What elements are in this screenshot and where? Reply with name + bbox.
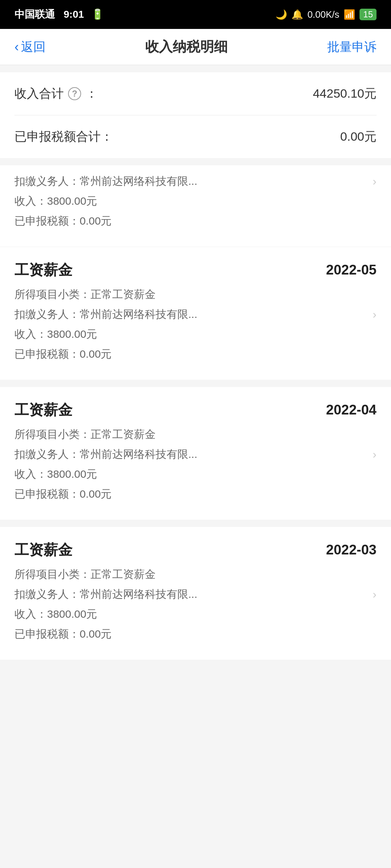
record-date-1: 2022-04 <box>326 402 377 418</box>
record-header-2: 工资薪金 2022-03 <box>14 540 377 560</box>
chevron-right-icon-2: › <box>373 588 377 601</box>
nav-bar: ‹ 返回 收入纳税明细 批量申诉 <box>0 29 391 65</box>
records-list: 扣缴义务人：常州前达网络科技有限... › 收入：3800.00元 已申报税额：… <box>0 165 391 660</box>
record-type-0: 工资薪金 <box>14 260 72 280</box>
chevron-right-icon-1: › <box>373 448 377 461</box>
total-tax-row: 已申报税额合计： 0.00元 <box>14 115 377 158</box>
record-card-0: 工资薪金 2022-05 所得项目小类：正常工资薪金 扣缴义务人：常州前达网络科… <box>0 247 391 380</box>
total-tax-value: 0.00元 <box>340 128 377 145</box>
total-tax-label: 已申报税额合计： <box>14 128 113 145</box>
record-type-1: 工资薪金 <box>14 400 72 420</box>
record-income-2: 收入：3800.00元 <box>14 607 377 622</box>
partial-tax: 已申报税额：0.00元 <box>14 214 377 229</box>
record-income-1: 收入：3800.00元 <box>14 467 377 482</box>
record-type-2: 工资薪金 <box>14 540 72 560</box>
record-date-0: 2022-05 <box>326 262 377 278</box>
time: 9:01 <box>64 9 84 20</box>
partial-payer-text: 扣缴义务人：常州前达网络科技有限... <box>14 174 197 189</box>
total-income-value: 44250.10元 <box>313 85 377 102</box>
record-tax-1: 已申报税额：0.00元 <box>14 487 377 502</box>
chevron-right-icon-0: › <box>373 308 377 321</box>
summary-section: 收入合计 ? ： 44250.10元 已申报税额合计： 0.00元 <box>0 72 391 158</box>
total-income-label-group: 收入合计 ? ： <box>14 85 98 102</box>
back-chevron-icon: ‹ <box>14 39 19 55</box>
record-payer-row-0[interactable]: 扣缴义务人：常州前达网络科技有限... › <box>14 307 377 322</box>
record-date-2: 2022-03 <box>326 542 377 558</box>
record-tax-2: 已申报税额：0.00元 <box>14 627 377 642</box>
total-income-label: 收入合计 <box>14 85 64 102</box>
record-card-2: 工资薪金 2022-03 所得项目小类：正常工资薪金 扣缴义务人：常州前达网络科… <box>0 527 391 660</box>
bell-icon: 🔔 <box>291 9 303 20</box>
page-title: 收入纳税明细 <box>145 38 228 56</box>
record-card-1: 工资薪金 2022-04 所得项目小类：正常工资薪金 扣缴义务人：常州前达网络科… <box>0 387 391 520</box>
record-payer-row-1[interactable]: 扣缴义务人：常州前达网络科技有限... › <box>14 447 377 462</box>
partial-payer-row[interactable]: 扣缴义务人：常州前达网络科技有限... › <box>14 174 377 189</box>
partial-chevron-right-icon: › <box>373 175 377 188</box>
record-income-0: 收入：3800.00元 <box>14 327 377 342</box>
record-payer-1: 扣缴义务人：常州前达网络科技有限... <box>14 447 197 462</box>
carrier-time: 中国联通 9:01 🔋 <box>14 8 104 21</box>
status-icons: 🌙 🔔 0.00K/s 📶 15 <box>276 9 377 20</box>
record-subcategory-1: 所得项目小类：正常工资薪金 <box>14 427 377 442</box>
network-speed: 0.00K/s <box>307 9 339 20</box>
batch-appeal-button[interactable]: 批量申诉 <box>327 39 377 55</box>
back-label: 返回 <box>21 39 46 55</box>
partial-income: 收入：3800.00元 <box>14 194 377 209</box>
record-tax-0: 已申报税额：0.00元 <box>14 347 377 362</box>
record-header-1: 工资薪金 2022-04 <box>14 400 377 420</box>
record-payer-row-2[interactable]: 扣缴义务人：常州前达网络科技有限... › <box>14 587 377 602</box>
moon-icon: 🌙 <box>276 9 287 20</box>
status-bar: 中国联通 9:01 🔋 🌙 🔔 0.00K/s 📶 15 <box>0 0 391 29</box>
record-subcategory-0: 所得项目小类：正常工资薪金 <box>14 287 377 302</box>
total-income-row: 收入合计 ? ： 44250.10元 <box>14 72 377 115</box>
colon: ： <box>85 85 98 102</box>
record-header-0: 工资薪金 2022-05 <box>14 260 377 280</box>
carrier: 中国联通 <box>14 9 55 20</box>
battery-icon: 🔋 <box>91 9 104 20</box>
wifi-icon: 📶 <box>344 9 355 20</box>
record-payer-0: 扣缴义务人：常州前达网络科技有限... <box>14 307 197 322</box>
help-icon[interactable]: ? <box>68 87 81 100</box>
total-tax-label-text: 已申报税额合计： <box>14 128 113 145</box>
record-subcategory-2: 所得项目小类：正常工资薪金 <box>14 567 377 582</box>
partial-record-card: 扣缴义务人：常州前达网络科技有限... › 收入：3800.00元 已申报税额：… <box>0 165 391 247</box>
record-payer-2: 扣缴义务人：常州前达网络科技有限... <box>14 587 197 602</box>
back-button[interactable]: ‹ 返回 <box>14 39 46 55</box>
battery-label: 15 <box>360 9 377 20</box>
